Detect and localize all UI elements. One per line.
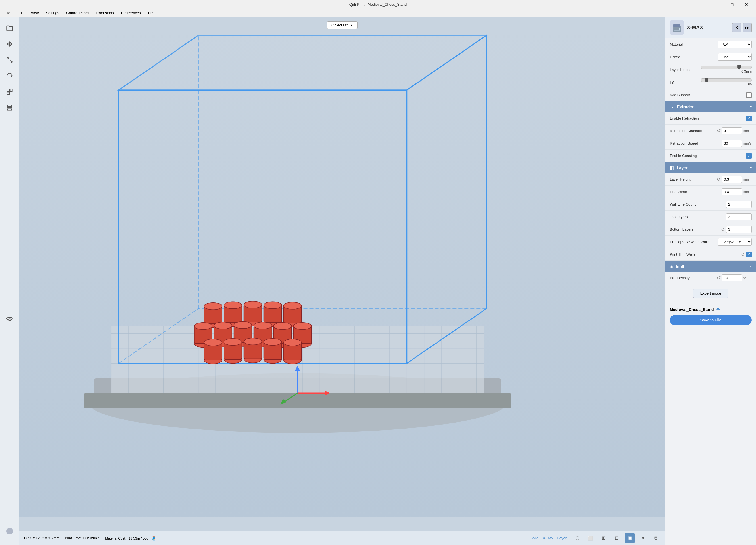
- infill-density-reset[interactable]: ↺: [717, 276, 721, 280]
- save-to-file-button[interactable]: Save to File: [670, 315, 752, 325]
- wall-line-count-row: Wall Line Count: [665, 198, 756, 211]
- infill-track[interactable]: [701, 78, 752, 82]
- scale-button[interactable]: [3, 53, 16, 67]
- material-cost-info: Material Cost: 18.53m / 55g 🧵: [105, 535, 156, 541]
- edit-filename-icon[interactable]: ✏: [716, 307, 720, 312]
- infill-density-input[interactable]: [722, 274, 742, 281]
- maximize-button[interactable]: □: [726, 0, 739, 9]
- minimize-button[interactable]: ─: [711, 0, 724, 9]
- retraction-distance-reset[interactable]: ↺: [717, 129, 721, 133]
- layer-view-button[interactable]: Layer: [557, 536, 567, 540]
- enable-retraction-checkbox[interactable]: [746, 116, 752, 121]
- folder-button[interactable]: [3, 21, 16, 35]
- layer-icon: ◧: [670, 165, 674, 170]
- printer-header-icons: X ▶▶: [732, 23, 752, 32]
- view-btn-5-active[interactable]: ▣: [625, 533, 635, 543]
- bottom-layers-reset[interactable]: ↺: [721, 227, 725, 232]
- material-row: Material PLA: [665, 38, 756, 51]
- config-select[interactable]: Fine: [718, 53, 752, 61]
- fill-gaps-select[interactable]: Everywhere: [718, 238, 752, 246]
- layer-chevron: ▾: [750, 166, 752, 170]
- infill-chevron: ▾: [750, 264, 752, 268]
- menu-preferences[interactable]: Preferences: [118, 10, 144, 16]
- window-controls: ─ □ ✕: [711, 0, 753, 9]
- menu-bar: File Edit View Settings Control Panel Ex…: [0, 9, 756, 17]
- line-width-input[interactable]: [722, 188, 742, 195]
- extruder-section-header[interactable]: 🖨 Extruder ▾: [665, 101, 756, 112]
- print-thin-walls-checkbox[interactable]: [746, 252, 752, 257]
- enable-coasting-checkbox[interactable]: [746, 153, 752, 159]
- infill-thumb[interactable]: [705, 78, 708, 82]
- bottom-layers-input[interactable]: [726, 226, 752, 233]
- 3d-scene[interactable]: [19, 17, 665, 531]
- layer-height-reset[interactable]: ↺: [717, 177, 721, 182]
- menu-control-panel[interactable]: Control Panel: [63, 10, 91, 16]
- retraction-distance-input[interactable]: [722, 127, 742, 134]
- menu-file[interactable]: File: [1, 10, 13, 16]
- material-select[interactable]: PLA: [718, 41, 752, 48]
- extruder-icon: 🖨: [670, 104, 674, 109]
- retraction-distance-control: ↺ mm: [717, 127, 752, 134]
- infill-slider-row: Infill 10%: [665, 76, 756, 89]
- dimensions-text: 177.2 x 179.2 x 9.6 mm: [24, 536, 59, 540]
- fill-gaps-label: Fill Gaps Between Walls: [670, 240, 715, 244]
- view-btn-4[interactable]: ⊡: [611, 533, 622, 543]
- printer-arrow-button[interactable]: ▶▶: [743, 23, 752, 32]
- menu-help[interactable]: Help: [145, 10, 158, 16]
- menu-edit[interactable]: Edit: [14, 10, 26, 16]
- material-label: Material: [670, 42, 715, 47]
- line-width-unit: mm: [743, 190, 752, 194]
- print-thin-walls-reset[interactable]: ↺: [741, 252, 745, 257]
- layer-height-track[interactable]: [701, 66, 752, 69]
- right-panel-bottom: Medieval_Chess_Stand ✏ Save to File: [665, 302, 756, 329]
- infill-density-control: ↺ %: [717, 274, 752, 281]
- spool-icon: 🧵: [151, 536, 156, 540]
- rotate-button[interactable]: [3, 69, 16, 83]
- layer-section-header[interactable]: ◧ Layer ▾: [665, 162, 756, 173]
- print-thin-walls-control: ↺: [741, 252, 752, 257]
- view-btn-7[interactable]: ⧉: [651, 533, 661, 543]
- cursor-button: [3, 524, 16, 538]
- layer-height-thumb[interactable]: [737, 65, 741, 70]
- wifi-button[interactable]: [3, 313, 16, 326]
- retraction-speed-label: Retraction Speed: [670, 141, 720, 145]
- xray-view-button[interactable]: X-Ray: [543, 536, 553, 540]
- right-panel: X-MAX X ▶▶ Material PLA Config Fi: [665, 17, 756, 545]
- solid-view-button[interactable]: Solid: [530, 536, 538, 540]
- svg-point-59: [194, 323, 212, 329]
- arrange-button[interactable]: [3, 101, 16, 114]
- move-button[interactable]: [3, 37, 16, 51]
- svg-point-99: [679, 28, 680, 30]
- wall-line-count-input[interactable]: [726, 201, 752, 208]
- menu-extensions[interactable]: Extensions: [93, 10, 117, 16]
- view-btn-1[interactable]: ⬡: [572, 533, 582, 543]
- view-modes: Solid X-Ray Layer: [530, 536, 567, 540]
- main-layout: Object list ▲: [0, 17, 756, 545]
- layer-settings: Layer Height ↺ mm Line Width mm Wall Lin…: [665, 173, 756, 261]
- add-support-checkbox[interactable]: [746, 92, 752, 98]
- layer-height-input[interactable]: [722, 176, 742, 183]
- add-support-label: Add Support: [670, 93, 744, 97]
- menu-view[interactable]: View: [28, 10, 41, 16]
- view-btn-2[interactable]: ⬜: [585, 533, 596, 543]
- retraction-distance-unit: mm: [743, 129, 752, 133]
- retraction-speed-row: Retraction Speed mm/s: [665, 137, 756, 150]
- infill-settings: Infill Density ↺ %: [665, 272, 756, 284]
- svg-point-53: [264, 302, 282, 308]
- retraction-speed-input[interactable]: [722, 140, 742, 147]
- expert-mode-button[interactable]: Expert mode: [693, 289, 729, 298]
- svg-point-65: [234, 321, 252, 328]
- infill-icon: ◈: [670, 264, 673, 269]
- view-btn-3[interactable]: ⊞: [598, 533, 609, 543]
- line-width-control: mm: [722, 188, 752, 195]
- printer-x-button[interactable]: X: [732, 23, 741, 32]
- view-btn-6[interactable]: ✕: [638, 533, 648, 543]
- slice-button[interactable]: [3, 85, 16, 99]
- top-layers-input[interactable]: [726, 213, 752, 220]
- infill-slider-container: 10%: [701, 78, 752, 86]
- close-button[interactable]: ✕: [740, 0, 753, 9]
- infill-section-header[interactable]: ◈ Infill ▾: [665, 261, 756, 272]
- viewport[interactable]: Object list ▲: [19, 17, 665, 545]
- infill-slider-label: Infill: [670, 80, 698, 85]
- menu-settings[interactable]: Settings: [43, 10, 62, 16]
